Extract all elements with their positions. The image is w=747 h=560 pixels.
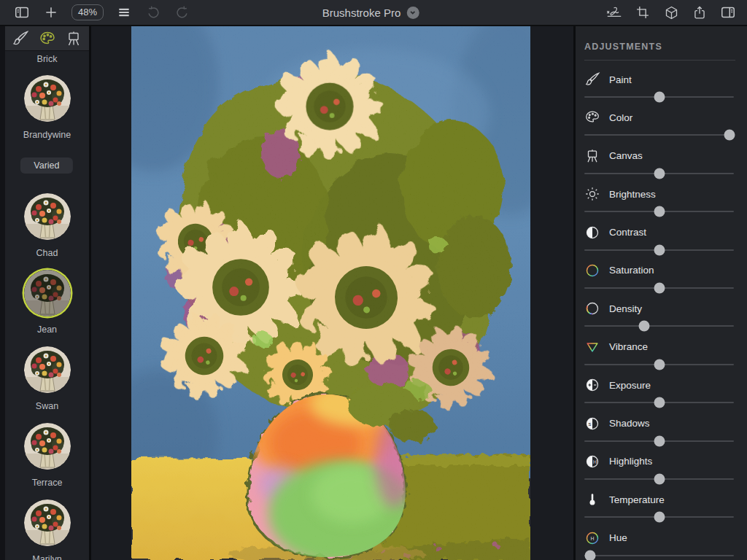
preset-chad[interactable]: Chad: [5, 193, 89, 258]
paint-brush-icon: [584, 71, 600, 88]
adjustment-label: Hue: [609, 532, 627, 543]
adjustment-row-vibrance: Vibrance: [584, 338, 735, 376]
slider-thumb[interactable]: [654, 92, 665, 103]
color-palette-icon: [584, 109, 600, 125]
toggle-right-panel-icon[interactable]: [719, 4, 737, 21]
slider-thumb[interactable]: [654, 512, 665, 523]
slider-thumb[interactable]: [639, 321, 650, 332]
adjustment-row-highlights: H Highlights: [584, 452, 735, 490]
adjustment-row-paint: Paint: [584, 70, 735, 108]
crop-icon[interactable]: [634, 4, 651, 21]
svg-text:H: H: [591, 535, 595, 540]
adjustment-label: Saturation: [609, 265, 654, 276]
add-icon[interactable]: [42, 4, 60, 21]
slider-thumb[interactable]: [654, 206, 665, 217]
preset-thumbnail-selected: [24, 270, 71, 316]
saturation-slider[interactable]: [584, 282, 734, 294]
toggle-left-panel-icon[interactable]: [13, 4, 31, 21]
share-icon[interactable]: [691, 4, 708, 21]
preset-terrace[interactable]: Terrace: [5, 423, 89, 488]
slider-thumb[interactable]: [654, 435, 665, 446]
hue-icon: H: [584, 530, 600, 546]
adjustment-label: Exposure: [609, 380, 651, 391]
density-icon: [584, 300, 600, 316]
adjustment-label: Shadows: [609, 418, 650, 429]
preset-name: Marilyn: [5, 554, 89, 560]
preset-thumbnail: [24, 75, 71, 122]
chevron-down-icon: [406, 7, 419, 19]
preset-thumbnail: [24, 193, 71, 240]
document-title-menu[interactable]: Brushstroke Pro: [322, 7, 419, 19]
paint-slider[interactable]: [584, 91, 734, 103]
contrast-slider[interactable]: [584, 244, 734, 256]
temperature-slider[interactable]: [584, 511, 734, 523]
adjustment-label: Canvas: [609, 150, 643, 161]
temperature-icon: [584, 491, 600, 508]
saturation-icon: [584, 262, 600, 279]
3d-box-icon[interactable]: [662, 4, 680, 21]
preset-thumbnail: [24, 499, 71, 546]
slider-thumb[interactable]: [585, 550, 596, 560]
signature-icon[interactable]: [605, 4, 623, 21]
adjustment-row-canvas: Canvas: [584, 147, 735, 184]
adjustment-label: Highlights: [609, 456, 652, 467]
adjustment-label: Brightness: [609, 189, 656, 200]
preset-name: Jean: [5, 324, 89, 335]
hue-slider[interactable]: [584, 550, 734, 560]
menu-icon[interactable]: [115, 4, 133, 21]
shadows-slider[interactable]: [584, 435, 734, 447]
header-divider: [584, 60, 735, 61]
slider-thumb[interactable]: [654, 244, 665, 255]
preset-jean[interactable]: Jean: [5, 270, 89, 335]
varied-button[interactable]: Varied: [20, 158, 73, 174]
preset-brandywine[interactable]: Brandywine: [5, 75, 89, 140]
slider-thumb[interactable]: [724, 130, 735, 141]
sidebar-tabbar: [5, 26, 89, 51]
canvas-slider[interactable]: [584, 168, 734, 179]
preset-label-brick[interactable]: Brick: [5, 54, 89, 65]
canvas-area: [91, 26, 573, 560]
vibrance-icon: [584, 339, 600, 355]
adjustment-row-brightness: Brightness: [584, 184, 735, 222]
adjustment-label: Contrast: [609, 227, 646, 238]
color-slider[interactable]: [584, 129, 734, 141]
painting-canvas[interactable]: [131, 26, 530, 560]
adjustments-header: ADJUSTMENTS: [584, 26, 735, 70]
tab-palette[interactable]: [36, 28, 58, 50]
exposure-slider[interactable]: [584, 397, 734, 408]
tab-brush[interactable]: [9, 28, 31, 50]
contrast-icon: [584, 225, 600, 241]
preset-marilyn[interactable]: Marilyn: [5, 499, 89, 560]
tab-easel[interactable]: [63, 28, 85, 50]
adjustment-label: Density: [609, 303, 642, 314]
highlights-icon: H: [584, 454, 600, 470]
preset-name: Terrace: [5, 478, 89, 488]
undo-icon[interactable]: [144, 4, 162, 21]
slider-thumb[interactable]: [654, 397, 665, 408]
slider-thumb[interactable]: [654, 473, 665, 484]
adjustments-title: ADJUSTMENTS: [584, 42, 735, 52]
preset-thumbnail: [24, 346, 71, 393]
shadows-icon: s: [584, 416, 600, 432]
highlights-slider[interactable]: [584, 473, 734, 485]
preset-name: Swan: [5, 401, 89, 411]
slider-thumb[interactable]: [654, 359, 665, 370]
density-slider[interactable]: [584, 320, 734, 332]
brushstroke-pro-app: 48% Brushstroke Pro: [0, 0, 747, 560]
adjustment-row-density: Density: [584, 299, 735, 337]
preset-thumbnail: [24, 423, 71, 470]
redo-icon[interactable]: [174, 4, 191, 21]
slider-thumb[interactable]: [654, 282, 665, 293]
adjustment-label: Vibrance: [609, 341, 648, 352]
canvas-easel-icon: [584, 148, 600, 164]
svg-text:s: s: [589, 420, 592, 427]
zoom-level-button[interactable]: 48%: [71, 4, 104, 20]
toolbar: 48% Brushstroke Pro: [0, 0, 747, 26]
adjustment-row-color: Color: [584, 108, 735, 146]
brightness-slider[interactable]: [584, 206, 734, 217]
slider-thumb[interactable]: [654, 168, 665, 179]
brightness-icon: [584, 186, 600, 202]
vibrance-slider[interactable]: [584, 359, 734, 370]
adjustment-label: Color: [609, 112, 632, 123]
preset-swan[interactable]: Swan: [5, 346, 89, 411]
